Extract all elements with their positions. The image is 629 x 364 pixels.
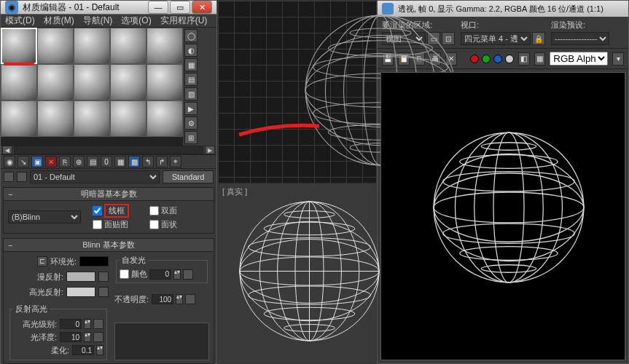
spinner-icon[interactable]: ▴▾: [84, 332, 91, 342]
options-icon[interactable]: ⚙: [184, 116, 198, 130]
scroll-track[interactable]: [14, 146, 203, 154]
spec-map-icon[interactable]: [98, 287, 109, 297]
material-editor-window: ◉ 材质编辑器 - 01 - Default — ▭ ✕ 模式(D) 材质(M)…: [0, 0, 217, 364]
render-canvas[interactable]: [380, 72, 625, 360]
spinner-icon[interactable]: ▴▾: [176, 294, 183, 304]
material-slot[interactable]: [37, 100, 74, 137]
material-slot[interactable]: [146, 64, 183, 100]
specular-swatch[interactable]: [66, 287, 95, 297]
ambient-swatch[interactable]: [79, 256, 109, 266]
material-slot[interactable]: [37, 64, 74, 100]
channel-dot-g[interactable]: [482, 55, 491, 63]
reset-icon[interactable]: ✕: [45, 156, 57, 167]
channel-dot-a[interactable]: [505, 55, 514, 63]
video-check-icon[interactable]: ▧: [184, 87, 198, 100]
go-forward-icon[interactable]: ↱: [156, 156, 168, 167]
go-parent-icon[interactable]: ↰: [142, 156, 154, 167]
self-illum-color-checkbox[interactable]: 颜色 ▴▾: [120, 269, 204, 280]
material-slot[interactable]: [1, 28, 37, 64]
facemap-checkbox[interactable]: 面贴图: [93, 219, 129, 230]
dropper-icon[interactable]: [17, 172, 27, 182]
material-slot[interactable]: [146, 100, 183, 137]
opacity-map-icon[interactable]: [185, 294, 195, 304]
diffuse-swatch[interactable]: [66, 272, 95, 282]
copy-icon[interactable]: ⎘: [59, 156, 71, 167]
spinner-icon[interactable]: ▴▾: [84, 319, 91, 329]
material-slot[interactable]: [110, 100, 146, 137]
pick-from-obj-icon[interactable]: [4, 172, 14, 182]
pick-icon[interactable]: ⌖: [170, 156, 181, 167]
material-slot[interactable]: [146, 28, 183, 64]
soften-input[interactable]: [72, 345, 94, 355]
background-icon[interactable]: ▦: [184, 58, 198, 71]
svg-point-35: [443, 172, 575, 191]
show-map-icon[interactable]: ▦: [114, 156, 126, 167]
mono-icon[interactable]: ◧: [518, 52, 530, 66]
material-slot[interactable]: [74, 100, 110, 137]
uv-tile-icon[interactable]: ▤: [184, 73, 198, 86]
spec-level-input[interactable]: [60, 319, 82, 329]
viewport-top[interactable]: [217, 0, 377, 183]
viewport-bottom[interactable]: [ 真实 ]: [217, 183, 377, 364]
lock-viewport-icon[interactable]: 🔒: [532, 32, 545, 45]
menu-options[interactable]: 选项(O): [121, 15, 151, 27]
material-slot[interactable]: [1, 64, 37, 100]
menu-material[interactable]: 材质(M): [44, 15, 74, 27]
opacity-input[interactable]: [152, 294, 173, 304]
select-icon[interactable]: ⊞: [184, 131, 198, 144]
material-slot[interactable]: [74, 64, 110, 100]
viewport-label[interactable]: [ 真实 ]: [222, 186, 247, 197]
viewport-select[interactable]: 四元菜单 4 - 透: [461, 32, 531, 45]
gloss-input[interactable]: [60, 332, 82, 342]
scroll-left-icon[interactable]: ◂: [2, 146, 12, 154]
titlebar[interactable]: ◉ 材质编辑器 - 01 - Default — ▭ ✕: [1, 1, 216, 15]
toggle-icon[interactable]: ▦: [534, 52, 546, 66]
material-slot[interactable]: [1, 100, 37, 137]
maximize-button[interactable]: ▭: [170, 1, 190, 14]
gloss-map-icon[interactable]: [93, 332, 103, 342]
menu-nav[interactable]: 导航(N): [83, 15, 113, 27]
material-slot[interactable]: [110, 64, 146, 100]
get-material-icon[interactable]: ◉: [4, 156, 15, 167]
channel-select[interactable]: RGB Alpha: [550, 52, 608, 66]
slot-scrollbar[interactable]: ◂ ▸: [1, 146, 216, 154]
menu-util[interactable]: 实用程序(U): [160, 15, 208, 27]
menu-bar: 模式(D) 材质(M) 导航(N) 选项(O) 实用程序(U): [1, 15, 216, 28]
faceted-checkbox[interactable]: 面状: [149, 219, 177, 230]
show-end-icon[interactable]: ▩: [128, 156, 140, 167]
scroll-right-icon[interactable]: ▸: [205, 146, 215, 154]
material-slot[interactable]: [37, 28, 74, 64]
spec-level-map-icon[interactable]: [93, 319, 103, 329]
spinner-icon[interactable]: ▴▾: [173, 269, 181, 280]
rollout-header[interactable]: Blinn 基本参数: [4, 239, 214, 252]
lock-icon[interactable]: ⊏: [37, 256, 47, 266]
material-slot[interactable]: [110, 28, 146, 64]
put-to-scene-icon[interactable]: ↘: [17, 156, 29, 167]
minimize-button[interactable]: —: [148, 1, 168, 14]
preview-icon[interactable]: ▶: [184, 102, 198, 115]
menu-mode[interactable]: 模式(D): [5, 15, 35, 27]
diffuse-map-icon[interactable]: [98, 272, 109, 282]
self-illum-input[interactable]: [149, 269, 171, 280]
wireframe-checkbox[interactable]: 线框: [93, 204, 129, 218]
close-button[interactable]: ✕: [192, 1, 212, 14]
spinner-icon[interactable]: ▴▾: [96, 345, 103, 355]
channel-dot-r[interactable]: [470, 55, 479, 63]
backlight-icon[interactable]: ◐: [184, 44, 198, 57]
sample-type-icon[interactable]: ◯: [184, 29, 198, 42]
make-unique-icon[interactable]: ⊛: [73, 156, 85, 167]
preset-select[interactable]: --------------------: [551, 32, 609, 45]
channel-more-icon[interactable]: ▾: [612, 52, 624, 66]
viewport-label: 视口:: [461, 20, 545, 31]
shader-type-select[interactable]: (B)Blinn: [8, 210, 81, 223]
material-slot[interactable]: [74, 28, 110, 64]
put-library-icon[interactable]: ▤: [87, 156, 98, 167]
twosided-checkbox[interactable]: 双面: [149, 204, 177, 218]
material-type-button[interactable]: Standard: [163, 170, 214, 183]
rollout-header[interactable]: 明暗器基本参数: [4, 188, 214, 201]
mat-id-icon[interactable]: 0: [101, 156, 112, 167]
selfillum-map-icon[interactable]: [183, 269, 193, 280]
material-name-select[interactable]: 01 - Default: [30, 170, 160, 183]
assign-icon[interactable]: ▣: [31, 156, 43, 167]
channel-dot-b[interactable]: [493, 55, 502, 63]
